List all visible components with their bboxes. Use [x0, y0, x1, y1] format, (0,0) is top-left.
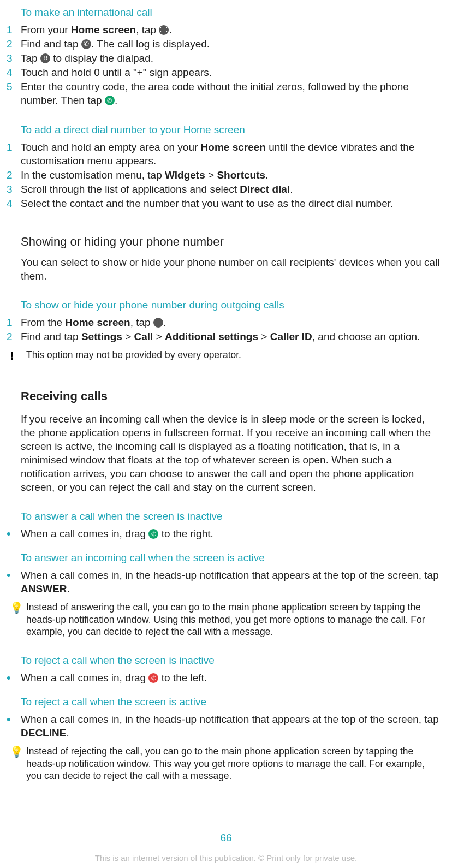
step-text: In the customisation menu, tap Widgets >…: [21, 168, 444, 182]
step-text: From your Home screen, tap ⋮⋮.: [21, 23, 444, 37]
step-number: 4: [7, 197, 21, 210]
step-row: 4 Select the contact and the number that…: [7, 197, 444, 210]
step-row: 3 Scroll through the list of application…: [7, 182, 444, 196]
step-number: 2: [7, 37, 21, 51]
call-answer-icon: ✆: [148, 529, 158, 539]
step-row: 1 Touch and hold an empty area on your H…: [7, 140, 444, 168]
step-number: 2: [7, 330, 21, 343]
step-row: 1 From your Home screen, tap ⋮⋮.: [7, 23, 444, 37]
paragraph: You can select to show or hide your phon…: [21, 255, 441, 283]
bullet-list: • When a call comes in, in the heads-up …: [7, 712, 444, 740]
heading-reject-active: To reject a call when the screen is acti…: [21, 695, 444, 709]
apps-grid-icon: ⋮⋮: [159, 25, 169, 35]
heading-show-hide-outgoing: To show or hide your phone number during…: [21, 298, 444, 312]
bullet-item: • When a call comes in, in the heads-up …: [7, 712, 444, 740]
lightbulb-icon: 💡: [10, 745, 26, 758]
bullet-marker: •: [7, 527, 21, 540]
bullet-text: When a call comes in, in the heads-up no…: [21, 712, 444, 740]
step-text: Find and tap ✆. The call log is displaye…: [21, 37, 444, 51]
page-number: 66: [0, 832, 452, 844]
operator-note: ! This option may not be provided by eve…: [10, 349, 444, 363]
step-number: 1: [7, 23, 21, 37]
step-text: Enter the country code, the area code wi…: [21, 80, 444, 107]
bullet-list: • When a call comes in, in the heads-up …: [7, 568, 444, 596]
step-text: Tap ⠿ to display the dialpad.: [21, 51, 444, 65]
apps-grid-icon: ⋮⋮: [153, 318, 163, 328]
heading-add-direct-dial: To add a direct dial number to your Home…: [21, 123, 444, 137]
note-text: Instead of answering the call, you can g…: [26, 601, 444, 638]
bullet-text: When a call comes in, drag ✆ to the righ…: [21, 527, 444, 540]
call-reject-icon: ✆: [148, 673, 158, 683]
heading-make-international-call: To make an international call: [21, 5, 444, 20]
dialpad-icon: ⠿: [40, 53, 50, 63]
bullet-item: • When a call comes in, in the heads-up …: [7, 568, 444, 596]
warning-icon: !: [10, 349, 26, 363]
step-row: 1 From the Home screen, tap ⋮⋮.: [7, 316, 444, 329]
step-text: From the Home screen, tap ⋮⋮.: [21, 316, 444, 329]
step-row: 2 In the customisation menu, tap Widgets…: [7, 168, 444, 182]
heading-show-hide-number: Showing or hiding your phone number: [21, 234, 444, 250]
bullet-marker: •: [7, 671, 21, 685]
note-text: This option may not be provided by every…: [26, 349, 444, 361]
bullet-item: • When a call comes in, drag ✆ to the ri…: [7, 527, 444, 540]
steps-direct-dial: 1 Touch and hold an empty area on your H…: [7, 140, 444, 210]
step-text: Touch and hold 0 until a "+" sign appear…: [21, 66, 444, 79]
step-row: 3 Tap ⠿ to display the dialpad.: [7, 51, 444, 65]
document-page: To make an international call 1 From you…: [0, 5, 452, 868]
tip-note: 💡 Instead of answering the call, you can…: [10, 601, 444, 638]
lightbulb-icon: 💡: [10, 601, 26, 614]
heading-answer-active: To answer an incoming call when the scre…: [21, 551, 444, 565]
step-number: 1: [7, 316, 21, 329]
step-row: 2 Find and tap ✆. The call log is displa…: [7, 37, 444, 51]
paragraph: If you receive an incoming call when the…: [21, 412, 441, 494]
phone-icon: ✆: [81, 39, 91, 49]
step-text: Scroll through the list of applications …: [21, 182, 444, 196]
heading-reject-inactive: To reject a call when the screen is inac…: [21, 653, 444, 668]
step-number: 3: [7, 51, 21, 65]
bullet-item: • When a call comes in, drag ✆ to the le…: [7, 671, 444, 685]
bullet-list: • When a call comes in, drag ✆ to the le…: [7, 671, 444, 685]
heading-answer-inactive: To answer a call when the screen is inac…: [21, 509, 444, 524]
step-number: 2: [7, 168, 21, 182]
step-row: 4 Touch and hold 0 until a "+" sign appe…: [7, 66, 444, 79]
step-number: 4: [7, 66, 21, 79]
call-answer-icon: ✆: [105, 96, 115, 105]
step-text: Find and tap Settings > Call > Additiona…: [21, 330, 444, 343]
step-text: Select the contact and the number that y…: [21, 197, 444, 210]
bullet-marker: •: [7, 568, 21, 582]
footer-text: This is an internet version of this publ…: [0, 853, 452, 863]
step-number: 1: [7, 140, 21, 154]
steps-international-call: 1 From your Home screen, tap ⋮⋮. 2 Find …: [7, 23, 444, 107]
step-row: 2 Find and tap Settings > Call > Additio…: [7, 330, 444, 343]
heading-receiving-calls: Receiving calls: [21, 389, 444, 403]
step-number: 5: [7, 80, 21, 93]
step-row: 5 Enter the country code, the area code …: [7, 80, 444, 107]
bullet-text: When a call comes in, in the heads-up no…: [21, 568, 444, 596]
bullet-list: • When a call comes in, drag ✆ to the ri…: [7, 527, 444, 540]
steps-show-hide: 1 From the Home screen, tap ⋮⋮. 2 Find a…: [7, 316, 444, 343]
note-text: Instead of rejecting the call, you can g…: [26, 745, 444, 782]
bullet-text: When a call comes in, drag ✆ to the left…: [21, 671, 444, 685]
tip-note: 💡 Instead of rejecting the call, you can…: [10, 745, 444, 782]
bullet-marker: •: [7, 712, 21, 726]
step-number: 3: [7, 182, 21, 196]
step-text: Touch and hold an empty area on your Hom…: [21, 140, 444, 168]
